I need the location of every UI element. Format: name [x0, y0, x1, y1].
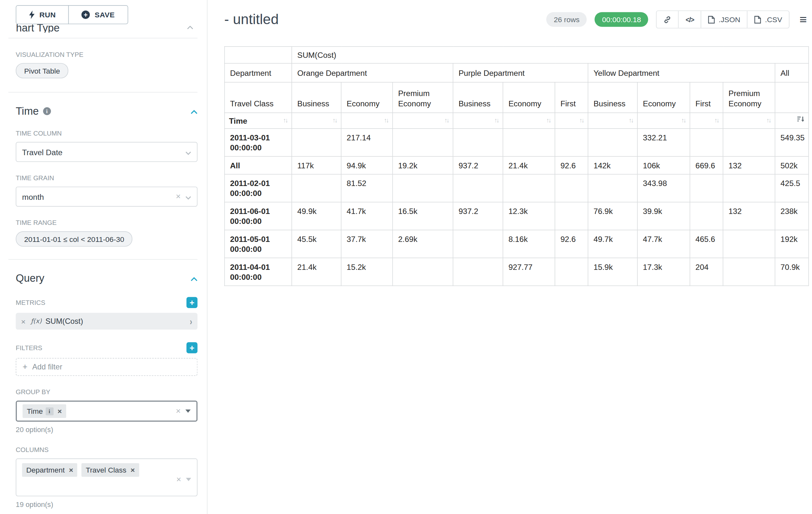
class-header: Premium Economy: [393, 82, 453, 113]
sort-icon[interactable]: ↑↓: [629, 116, 633, 126]
metric-chip[interactable]: × ƒ(x) SUM(Cost) ›: [16, 313, 197, 330]
run-label: RUN: [39, 10, 56, 19]
class-header: Economy: [637, 82, 690, 113]
actions-bar: RUN + SAVE: [16, 0, 197, 24]
metric-name: SUM(Cost): [46, 317, 83, 325]
data-cell: 37.7k: [341, 230, 393, 258]
add-filter-plus-button[interactable]: +: [186, 342, 197, 353]
data-cell: [503, 174, 555, 202]
sort-cell: ↑↓: [690, 113, 723, 129]
remove-chip-icon[interactable]: ×: [130, 466, 135, 474]
info-icon: i: [46, 407, 54, 415]
data-cell: 81.52: [341, 174, 393, 202]
sort-icon[interactable]: ↑↓: [766, 116, 771, 126]
columns-chip[interactable]: Department ×: [22, 463, 77, 477]
data-cell: 19.2k: [393, 157, 453, 174]
page-title[interactable]: - untitled: [224, 11, 279, 28]
save-label: SAVE: [95, 10, 115, 19]
export-button-group: </> .JSON .CSV: [656, 10, 789, 29]
data-cell: [555, 202, 588, 230]
columns-chip[interactable]: Travel Class ×: [82, 463, 139, 477]
data-cell: [292, 129, 341, 157]
sort-icon[interactable]: ↑↓: [682, 116, 686, 126]
columns-chip-text: Department: [26, 466, 65, 474]
add-filter-button[interactable]: + Add filter: [16, 358, 197, 376]
divider: [8, 38, 197, 38]
data-cell: [723, 129, 775, 157]
sort-desc-icon[interactable]: [797, 116, 804, 126]
data-cell: 192k: [775, 230, 809, 258]
remove-chip-icon[interactable]: ×: [69, 466, 73, 474]
run-button[interactable]: RUN: [16, 5, 69, 24]
export-csv-button[interactable]: .CSV: [747, 11, 789, 28]
add-metric-button[interactable]: +: [186, 297, 197, 308]
time-range-value[interactable]: 2011-01-01 ≤ col < 2011-06-30: [16, 231, 133, 246]
time-grain-select[interactable]: month ×: [16, 187, 197, 207]
table-row: 2011-03-01 00:00:00217.14332.21549.35: [225, 129, 809, 157]
data-cell: [555, 258, 588, 286]
data-cell: [588, 174, 637, 202]
data-cell: 204: [690, 258, 723, 286]
copy-link-button[interactable]: [657, 11, 678, 28]
data-cell: 132: [723, 157, 775, 174]
time-column-select[interactable]: Travel Date: [16, 142, 197, 162]
caret-right-icon: ›: [190, 316, 192, 327]
columns-label: COLUMNS: [16, 446, 197, 454]
sort-icon[interactable]: ↑↓: [332, 116, 337, 126]
link-icon: [664, 16, 672, 23]
time-section-title: Time: [16, 105, 39, 117]
save-button[interactable]: + SAVE: [68, 5, 128, 24]
json-file-icon: [708, 16, 715, 23]
json-label: .JSON: [719, 15, 740, 23]
query-section-header: Query: [16, 272, 197, 285]
col-dim-label: Travel Class: [225, 82, 292, 113]
data-cell: 21.4k: [292, 258, 341, 286]
data-cell: 2.69k: [393, 230, 453, 258]
sort-cell: ↑↓: [723, 113, 775, 129]
export-json-button[interactable]: .JSON: [701, 11, 747, 28]
sort-icon[interactable]: ↑↓: [444, 116, 448, 126]
viz-type-value[interactable]: Pivot Table: [16, 63, 68, 78]
menu-icon[interactable]: ≡: [797, 13, 809, 26]
header-controls: 26 rows 00:00:00.18 </> .JSON .: [547, 10, 809, 29]
group-by-select[interactable]: Time i × ×: [16, 401, 197, 422]
group-by-chip[interactable]: Time i ×: [23, 404, 66, 418]
columns-chip-text: Travel Class: [86, 466, 126, 474]
sort-icon[interactable]: ↑↓: [283, 116, 287, 126]
viz-type-label: VISUALIZATION TYPE: [16, 51, 197, 58]
sort-icon[interactable]: ↑↓: [715, 116, 719, 126]
sort-icon[interactable]: ↑↓: [579, 116, 583, 126]
csv-label: .CSV: [765, 15, 782, 23]
data-cell: [453, 174, 502, 202]
data-cell: [690, 174, 723, 202]
clear-icon[interactable]: ×: [176, 407, 181, 415]
columns-select[interactable]: Department × Travel Class × ×: [16, 458, 197, 496]
data-cell: 17.3k: [637, 258, 690, 286]
chevron-down-icon: [185, 147, 191, 157]
class-header: Business: [292, 82, 341, 113]
sort-icon[interactable]: ↑↓: [384, 116, 388, 126]
data-cell: [723, 230, 775, 258]
group-by-options-count: 20 option(s): [16, 426, 197, 434]
data-cell: 12.3k: [503, 202, 555, 230]
remove-metric-icon[interactable]: ×: [21, 317, 25, 326]
sort-cell: ↑↓: [341, 113, 393, 129]
class-header: Premium Economy: [723, 82, 775, 113]
row-dim-label: Time: [229, 116, 248, 126]
collapse-query-section-icon[interactable]: [191, 274, 197, 283]
remove-chip-icon[interactable]: ×: [57, 407, 62, 415]
embed-code-button[interactable]: </>: [678, 11, 701, 28]
data-cell: 15.9k: [588, 258, 637, 286]
sort-icon[interactable]: ↑↓: [546, 116, 550, 126]
sort-cell: ↑↓: [453, 113, 502, 129]
collapse-time-section-icon[interactable]: [191, 106, 197, 116]
sort-cell: ↑↓: [503, 113, 555, 129]
sort-icon[interactable]: ↑↓: [494, 116, 498, 126]
chevron-down-icon: [186, 478, 191, 481]
clear-icon[interactable]: ×: [176, 192, 181, 201]
chart-container: - untitled 26 rows 00:00:00.18 </> .JSON: [207, 0, 812, 514]
department-header: Purple Department: [453, 63, 588, 82]
data-cell: [723, 174, 775, 202]
clear-icon[interactable]: ×: [176, 475, 181, 484]
csv-file-icon: [755, 16, 761, 23]
